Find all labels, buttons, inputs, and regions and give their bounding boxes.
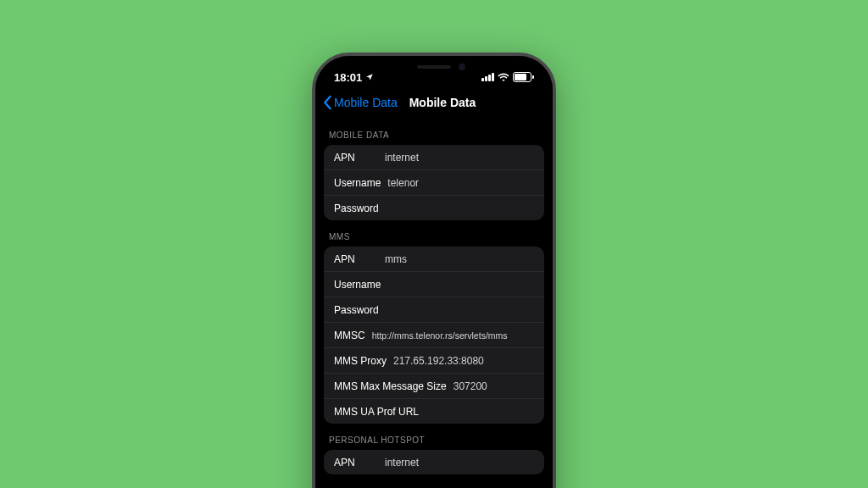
section-header-mobile-data: MOBILE DATA <box>324 119 544 145</box>
location-icon <box>365 71 374 84</box>
navigation-bar: Mobile Data Mobile Data <box>315 90 553 119</box>
field-value[interactable]: http://mms.telenor.rs/servlets/mms <box>372 330 534 341</box>
back-button[interactable]: Mobile Data <box>322 95 398 110</box>
settings-content[interactable]: MOBILE DATA APN internet Username teleno… <box>315 119 553 474</box>
phone-frame: 18:01 <box>312 53 556 488</box>
notch <box>379 56 489 78</box>
row-mms-proxy[interactable]: MMS Proxy 217.65.192.33:8080 <box>324 348 544 374</box>
field-label: MMS Max Message Size <box>334 380 447 392</box>
group-mobile-data: APN internet Username telenor Password <box>324 145 544 220</box>
row-mobiledata-password[interactable]: Password <box>324 196 544 220</box>
row-mms-apn[interactable]: APN mms <box>324 247 544 272</box>
section-header-hotspot: PERSONAL HOTSPOT <box>324 424 544 450</box>
row-mms-username[interactable]: Username <box>324 272 544 297</box>
stage-background: 18:01 <box>0 0 868 488</box>
page-title: Mobile Data <box>409 96 476 109</box>
field-value[interactable]: 217.65.192.33:8080 <box>393 355 534 367</box>
field-label: APN <box>334 253 378 265</box>
field-label: Username <box>334 279 381 291</box>
section-header-mms: MMS <box>324 220 544 247</box>
row-mms-mmsc[interactable]: MMSC http://mms.telenor.rs/servlets/mms <box>324 323 544 348</box>
wifi-icon <box>498 71 509 84</box>
battery-icon <box>513 72 534 82</box>
field-value[interactable]: telenor <box>387 177 534 189</box>
field-label: APN <box>334 457 378 469</box>
group-hotspot: APN internet <box>324 450 544 474</box>
field-label: MMS Proxy <box>334 355 387 367</box>
row-hotspot-apn[interactable]: APN internet <box>324 450 544 474</box>
status-time: 18:01 <box>334 71 362 84</box>
field-label: MMSC <box>334 330 365 341</box>
field-label: APN <box>334 152 378 164</box>
row-mobiledata-username[interactable]: Username telenor <box>324 170 544 196</box>
screen: 18:01 <box>315 56 553 488</box>
field-value[interactable]: 307200 <box>453 380 534 392</box>
field-value[interactable]: mms <box>385 253 534 265</box>
group-mms: APN mms Username Password MMSC http://mm… <box>324 247 544 424</box>
field-value[interactable]: internet <box>385 457 534 469</box>
row-mms-maxsize[interactable]: MMS Max Message Size 307200 <box>324 374 544 399</box>
row-mobiledata-apn[interactable]: APN internet <box>324 145 544 170</box>
chevron-left-icon <box>322 95 332 110</box>
row-mms-uaprof[interactable]: MMS UA Prof URL <box>324 399 544 424</box>
field-label: MMS UA Prof URL <box>334 406 419 418</box>
front-camera <box>459 64 465 70</box>
back-label: Mobile Data <box>334 96 398 109</box>
field-value[interactable]: internet <box>385 152 534 164</box>
field-label: Username <box>334 177 381 189</box>
field-label: Password <box>334 202 379 214</box>
speaker-grille <box>417 65 451 69</box>
row-mms-password[interactable]: Password <box>324 297 544 323</box>
field-label: Password <box>334 304 379 316</box>
